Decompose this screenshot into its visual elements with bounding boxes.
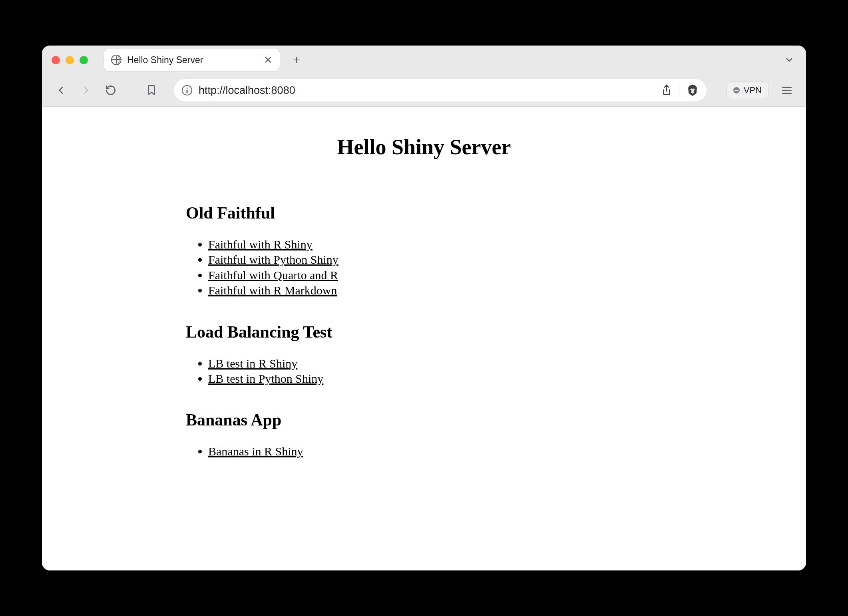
divider <box>679 84 679 96</box>
browser-chrome: Hello Shiny Server ✕ + <box>42 46 806 107</box>
link[interactable]: Faithful with R Shiny <box>208 238 313 251</box>
list-item: Bananas in R Shiny <box>208 444 662 459</box>
vpn-label: VPN <box>744 85 762 95</box>
link-list: LB test in R Shiny LB test in Python Shi… <box>186 356 662 387</box>
link[interactable]: LB test in R Shiny <box>208 357 297 370</box>
chevron-right-icon <box>81 85 91 95</box>
link-list: Bananas in R Shiny <box>186 444 662 459</box>
vpn-status-icon <box>733 87 740 93</box>
site-info-icon[interactable] <box>182 85 192 95</box>
address-bar[interactable]: http://localhost:8080 <box>174 79 707 101</box>
link[interactable]: Faithful with R Markdown <box>208 284 337 297</box>
back-button[interactable] <box>52 81 71 100</box>
globe-icon <box>111 55 121 65</box>
list-item: Faithful with R Markdown <box>208 283 662 298</box>
reload-icon <box>105 85 116 96</box>
list-item: LB test in R Shiny <box>208 356 662 371</box>
bookmark-button[interactable] <box>142 81 161 100</box>
section-heading: Old Faithful <box>186 203 662 223</box>
link[interactable]: Faithful with Python Shiny <box>208 253 338 266</box>
page-content: Hello Shiny Server Old Faithful Faithful… <box>42 107 806 570</box>
window-minimize-button[interactable] <box>66 56 74 64</box>
close-icon[interactable]: ✕ <box>264 55 273 65</box>
url-text: http://localhost:8080 <box>199 84 655 97</box>
list-item: LB test in Python Shiny <box>208 371 662 386</box>
link[interactable]: Faithful with Quarto and R <box>208 268 338 282</box>
brave-shields-button[interactable] <box>687 83 699 97</box>
link-list: Faithful with R Shiny Faithful with Pyth… <box>186 237 662 298</box>
bookmark-icon <box>146 84 157 96</box>
browser-window: Hello Shiny Server ✕ + <box>42 46 806 570</box>
lion-shield-icon <box>687 83 699 97</box>
list-item: Faithful with Python Shiny <box>208 252 662 267</box>
share-button[interactable] <box>661 84 672 96</box>
tab-search-button[interactable] <box>784 55 794 65</box>
menu-button[interactable] <box>777 87 796 94</box>
section-heading: Load Balancing Test <box>186 322 662 342</box>
window-controls <box>52 56 88 64</box>
share-icon <box>661 84 672 96</box>
address-bar-actions <box>661 83 699 97</box>
link[interactable]: LB test in Python Shiny <box>208 372 323 385</box>
link[interactable]: Bananas in R Shiny <box>208 445 303 458</box>
window-close-button[interactable] <box>52 56 60 64</box>
page-title: Hello Shiny Server <box>186 135 662 159</box>
window-maximize-button[interactable] <box>80 56 88 64</box>
toolbar: http://localhost:8080 <box>42 74 806 106</box>
list-item: Faithful with Quarto and R <box>208 268 662 283</box>
forward-button[interactable] <box>76 81 96 100</box>
chevron-left-icon <box>56 85 66 95</box>
reload-button[interactable] <box>101 81 120 100</box>
chevron-down-icon <box>784 55 794 65</box>
tab-strip: Hello Shiny Server ✕ + <box>42 46 806 74</box>
new-tab-button[interactable]: + <box>288 51 305 69</box>
section-heading: Bananas App <box>186 410 662 429</box>
list-item: Faithful with R Shiny <box>208 237 662 252</box>
vpn-button[interactable]: VPN <box>727 81 768 99</box>
hamburger-icon <box>782 87 792 88</box>
tab-title: Hello Shiny Server <box>127 55 258 66</box>
browser-tab[interactable]: Hello Shiny Server ✕ <box>104 49 280 71</box>
